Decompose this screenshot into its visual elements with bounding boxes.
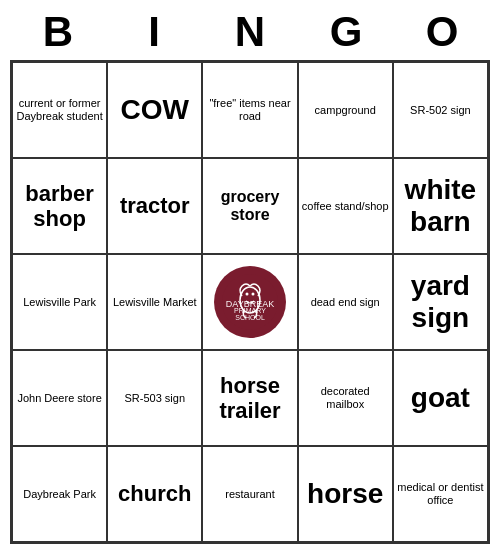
cell-r4c2: restaurant	[202, 446, 297, 542]
cell-r1c0: barber shop	[12, 158, 107, 254]
svg-text:SCHOOL: SCHOOL	[235, 314, 265, 321]
cell-text-r1c0: barber shop	[16, 181, 103, 232]
cell-r3c0: John Deere store	[12, 350, 107, 446]
cell-r4c3: horse	[298, 446, 393, 542]
cell-r0c0: current or former Daybreak student	[12, 62, 107, 158]
bingo-letter-N: N	[220, 8, 280, 56]
cell-text-r3c0: John Deere store	[17, 392, 101, 405]
cell-r2c3: dead end sign	[298, 254, 393, 350]
bingo-letter-I: I	[124, 8, 184, 56]
cell-text-r4c4: medical or dentist office	[397, 481, 484, 506]
cell-r4c1: church	[107, 446, 202, 542]
cell-text-r2c1: Lewisville Market	[113, 296, 197, 309]
cell-text-r3c1: SR-503 sign	[125, 392, 186, 405]
cell-text-r1c4: white barn	[397, 174, 484, 238]
cell-r1c2: grocery store	[202, 158, 297, 254]
cell-r4c0: Daybreak Park	[12, 446, 107, 542]
cell-r1c4: white barn	[393, 158, 488, 254]
cell-r1c1: tractor	[107, 158, 202, 254]
cell-text-r1c2: grocery store	[206, 188, 293, 225]
bingo-letter-B: B	[28, 8, 88, 56]
cell-r0c3: campground	[298, 62, 393, 158]
cell-text-r0c0: current or former Daybreak student	[16, 97, 103, 122]
cell-r2c0: Lewisville Park	[12, 254, 107, 350]
cell-r2c2: DAYBREAK PRIMARY SCHOOL	[202, 254, 297, 350]
cell-r0c2: "free" items near road	[202, 62, 297, 158]
cell-text-r0c4: SR-502 sign	[410, 104, 471, 117]
cell-text-r2c0: Lewisville Park	[23, 296, 96, 309]
svg-point-6	[251, 293, 254, 296]
cell-text-r3c3: decorated mailbox	[302, 385, 389, 410]
cell-r3c4: goat	[393, 350, 488, 446]
cell-text-r4c1: church	[118, 481, 191, 506]
cell-text-r3c2: horse trailer	[206, 373, 293, 424]
bingo-letter-O: O	[412, 8, 472, 56]
cell-text-r1c1: tractor	[120, 193, 190, 218]
cell-text-r2c3: dead end sign	[311, 296, 380, 309]
cell-r1c3: coffee stand/shop	[298, 158, 393, 254]
bingo-header: BINGO	[10, 0, 490, 60]
cell-r2c1: Lewisville Market	[107, 254, 202, 350]
cell-text-r0c1: COW	[121, 94, 189, 126]
cell-text-r0c3: campground	[315, 104, 376, 117]
cell-r3c3: decorated mailbox	[298, 350, 393, 446]
free-space-logo: DAYBREAK PRIMARY SCHOOL	[214, 266, 286, 338]
cell-r0c4: SR-502 sign	[393, 62, 488, 158]
cell-text-r0c2: "free" items near road	[206, 97, 293, 122]
cell-text-r3c4: goat	[411, 382, 470, 414]
svg-point-5	[245, 293, 248, 296]
cell-text-r1c3: coffee stand/shop	[302, 200, 389, 213]
cell-r3c2: horse trailer	[202, 350, 297, 446]
cell-r0c1: COW	[107, 62, 202, 158]
cell-text-r4c2: restaurant	[225, 488, 275, 501]
cell-text-r2c4: yard sign	[397, 270, 484, 334]
cell-text-r4c0: Daybreak Park	[23, 488, 96, 501]
cell-r3c1: SR-503 sign	[107, 350, 202, 446]
cell-text-r4c3: horse	[307, 478, 383, 510]
bingo-letter-G: G	[316, 8, 376, 56]
bingo-grid: current or former Daybreak studentCOW"fr…	[10, 60, 490, 544]
cell-r2c4: yard sign	[393, 254, 488, 350]
cell-r4c4: medical or dentist office	[393, 446, 488, 542]
